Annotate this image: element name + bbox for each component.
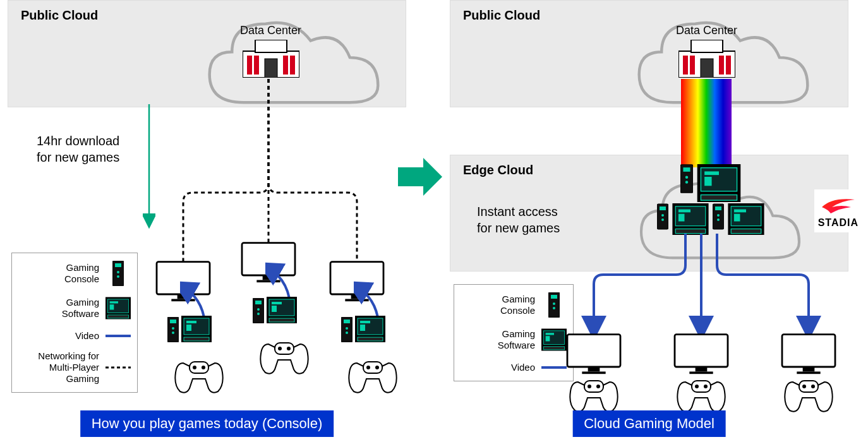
tv-icon xyxy=(562,332,625,376)
legend-right: Gaming Console Gaming Software Video xyxy=(454,284,574,381)
caption-right: Cloud Gaming Model xyxy=(572,410,726,437)
legend-row-video: Video xyxy=(461,362,567,373)
legend-label: Gaming Software xyxy=(30,297,99,320)
transition-arrow-icon xyxy=(398,158,442,196)
panel-cloud-gaming-model: Public Cloud Edge Cloud Data Center Inst… xyxy=(442,0,856,442)
software-icon xyxy=(181,316,212,342)
tv-icon xyxy=(670,332,733,376)
datacenter-label: Data Center xyxy=(676,24,737,37)
console-icon xyxy=(341,317,353,342)
legend-label: Gaming Software xyxy=(466,328,535,351)
rig-3 xyxy=(341,316,385,342)
datacenter-label: Data Center xyxy=(240,24,301,37)
console-icon xyxy=(657,203,668,230)
instant-note: Instant access for new games xyxy=(477,203,560,236)
controller-hands-icon xyxy=(171,357,227,395)
panel-console-model: Public Cloud Data Center 14hr download f… xyxy=(0,0,414,442)
client-3 xyxy=(777,332,840,414)
download-arrow-icon xyxy=(143,104,155,230)
legend-row-console: Gaming Console xyxy=(461,292,567,318)
video-stream-lines-icon xyxy=(569,234,834,341)
caption-left: How you play games today (Console) xyxy=(80,410,334,437)
legend-label: Networking for Multi-Player Gaming xyxy=(30,350,99,385)
software-icon xyxy=(105,295,131,321)
datacenter-icon xyxy=(678,40,735,78)
rainbow-bandwidth-icon xyxy=(681,79,732,167)
video-line-icon xyxy=(105,334,131,338)
console-icon xyxy=(167,317,179,342)
software-icon xyxy=(728,203,764,235)
datacenter-left: Data Center xyxy=(240,24,301,78)
stadia-text: STADIA xyxy=(818,217,859,229)
console-icon xyxy=(541,292,567,318)
controller-hands-icon xyxy=(780,376,837,414)
edge-server-cluster xyxy=(657,164,764,235)
legend-label: Video xyxy=(511,362,535,373)
controller-hands-icon xyxy=(344,357,401,395)
zone-label: Edge Cloud xyxy=(463,163,533,177)
legend-row-software: Gaming Software xyxy=(461,326,567,353)
rig-1 xyxy=(167,316,212,342)
console-icon xyxy=(713,203,724,230)
zone-label: Public Cloud xyxy=(463,8,540,23)
stadia-logo-icon xyxy=(819,193,857,216)
datacenter-icon xyxy=(243,40,299,78)
controller-hands-icon xyxy=(256,338,313,376)
controller-hands-icon xyxy=(673,376,730,414)
software-icon xyxy=(697,164,741,202)
legend-row-networking: Networking for Multi-Player Gaming xyxy=(18,350,131,385)
software-icon xyxy=(672,203,709,235)
legend-left: Gaming Console Gaming Software Video Net… xyxy=(11,253,138,393)
stadia-brand: STADIA xyxy=(814,189,862,232)
software-icon xyxy=(355,316,385,342)
networking-line-icon xyxy=(105,366,131,369)
datacenter-right: Data Center xyxy=(676,24,737,78)
legend-label: Video xyxy=(75,330,99,342)
legend-row-video: Video xyxy=(18,330,131,342)
console-icon xyxy=(253,298,264,323)
client-2 xyxy=(670,332,733,414)
download-note: 14hr download for new games xyxy=(37,133,119,165)
zone-label: Public Cloud xyxy=(21,8,98,23)
console-icon xyxy=(680,164,693,193)
console-icon xyxy=(105,261,131,286)
legend-label: Gaming Console xyxy=(466,294,535,316)
client-1 xyxy=(562,332,625,414)
legend-row-console: Gaming Console xyxy=(18,261,131,286)
controller-hands-icon xyxy=(565,376,622,414)
legend-row-software: Gaming Software xyxy=(18,295,131,321)
rig-2 xyxy=(253,297,297,323)
tv-icon xyxy=(777,332,840,376)
software-icon xyxy=(267,297,297,323)
legend-label: Gaming Console xyxy=(30,262,99,285)
